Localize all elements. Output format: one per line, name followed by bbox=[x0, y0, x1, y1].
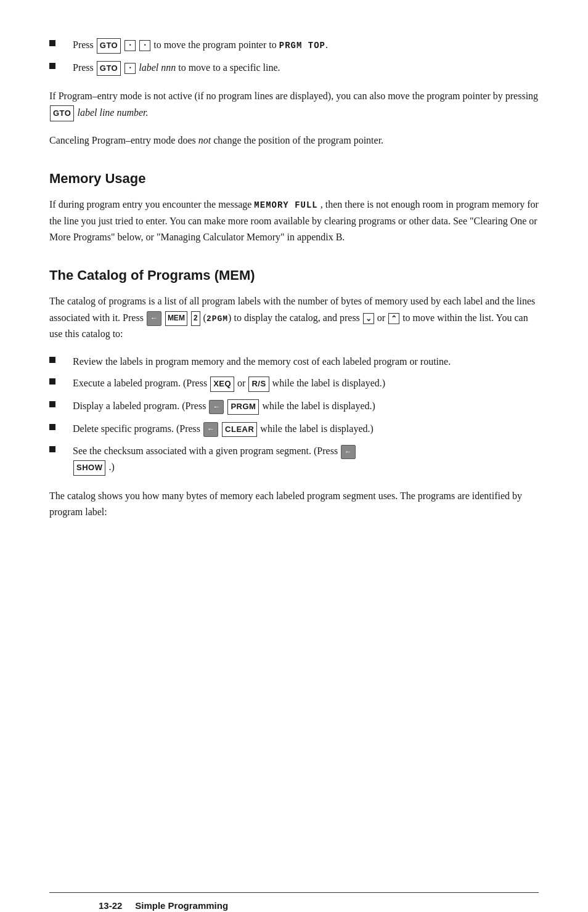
bullet-item-2: Press GTO · label nnn to move to a speci… bbox=[49, 60, 539, 76]
catalog-bullet-content-2: Execute a labeled program. (Press XEQ or… bbox=[73, 375, 539, 392]
key-show: SHOW bbox=[73, 460, 105, 476]
shift-key-4: ← bbox=[341, 445, 356, 459]
catalog-bullet-list: Review the labels in program memory and … bbox=[49, 354, 539, 476]
memory-usage-paragraph: If during program entry you encounter th… bbox=[49, 197, 539, 245]
period-1: . bbox=[325, 39, 328, 50]
text-specific-line: to move to a specific line. bbox=[178, 62, 280, 73]
catalog-bullet-content-3: Display a labeled program. (Press ← PRGM… bbox=[73, 398, 539, 415]
display-memory-full: MEMORY FULL bbox=[254, 200, 317, 210]
para2-text: Canceling Program–entry mode does bbox=[49, 135, 198, 145]
bullet-item-1: Press GTO · · to move the program pointe… bbox=[49, 37, 539, 54]
memory-para-before: If during program entry you encounter th… bbox=[49, 199, 254, 210]
press-label-2: Press bbox=[73, 62, 96, 73]
key-down-arrow: ⌄ bbox=[363, 313, 374, 324]
paren-2pgm-close: ) bbox=[228, 312, 231, 323]
display-prgm-top: PRGM TOP bbox=[279, 41, 325, 51]
delete-text-after: while the label is displayed.) bbox=[260, 423, 374, 434]
catalog-heading: The Catalog of Programs (MEM) bbox=[49, 267, 539, 283]
catalog-bullet-square-2 bbox=[49, 378, 55, 385]
press-label-1: Press bbox=[73, 39, 94, 50]
label-nnn: label nnn bbox=[139, 62, 176, 73]
key-gto-1: GTO bbox=[97, 38, 121, 54]
catalog-bullet-square-3 bbox=[49, 401, 55, 407]
bullet-content-1: Press GTO · · to move the program pointe… bbox=[73, 37, 539, 54]
footer: 13-22 Simple Programming bbox=[49, 892, 539, 912]
catalog-bullet-square-5 bbox=[49, 446, 55, 452]
not-text: not bbox=[198, 135, 211, 145]
catalog-intro-2: to display the catalog, and press bbox=[234, 312, 362, 323]
catalog-bullet-content-5: See the checksum associated with a given… bbox=[73, 443, 539, 476]
closing-text: The catalog shows you how many bytes of … bbox=[49, 491, 522, 517]
key-gto-2: GTO bbox=[97, 61, 121, 76]
key-dot-3: · bbox=[125, 63, 136, 74]
catalog-bullet-4: Delete specific programs. (Press ← CLEAR… bbox=[49, 421, 539, 438]
catalog-bullet-2: Execute a labeled program. (Press XEQ or… bbox=[49, 375, 539, 392]
display-text-after: while the label is displayed.) bbox=[262, 401, 375, 411]
para2-end: change the position of the program point… bbox=[213, 135, 383, 145]
bullet-content-2: Press GTO · label nnn to move to a speci… bbox=[73, 60, 539, 76]
display-2pgm: 2PGM bbox=[206, 314, 228, 324]
execute-or: or bbox=[237, 378, 248, 388]
para1-text: If Program–entry mode is not active (if … bbox=[49, 91, 538, 101]
catalog-intro: The catalog of programs is a list of all… bbox=[49, 293, 539, 342]
bullet-square-1 bbox=[49, 40, 55, 46]
execute-text-before: Execute a labeled program. (Press bbox=[73, 378, 210, 388]
key-xeq: XEQ bbox=[210, 377, 234, 392]
page-number: 13-22 bbox=[99, 900, 122, 911]
catalog-bullet-square-1 bbox=[49, 357, 55, 363]
key-2: 2 bbox=[191, 311, 200, 326]
section-title-footer: Simple Programming bbox=[135, 900, 228, 911]
label-line-number: label line number. bbox=[77, 107, 148, 118]
catalog-bullet-content-4: Delete specific programs. (Press ← CLEAR… bbox=[73, 421, 539, 438]
paragraph-cancel: Canceling Program–entry mode does not ch… bbox=[49, 132, 539, 149]
shift-key-3: ← bbox=[203, 422, 218, 436]
key-prgm: PRGM bbox=[227, 399, 259, 415]
catalog-bullet-content-1: Review the labels in program memory and … bbox=[73, 354, 539, 370]
catalog-bullet-3: Display a labeled program. (Press ← PRGM… bbox=[49, 398, 539, 415]
key-rs: R/S bbox=[248, 377, 269, 392]
checksum-text-after: .) bbox=[108, 462, 114, 472]
catalog-bullet-square-4 bbox=[49, 424, 55, 430]
top-bullet-list: Press GTO · · to move the program pointe… bbox=[49, 37, 539, 76]
key-clear: CLEAR bbox=[222, 422, 257, 438]
memory-usage-heading: Memory Usage bbox=[49, 171, 539, 187]
execute-text-after: while the label is displayed.) bbox=[272, 378, 386, 388]
shift-key-1: ← bbox=[147, 311, 161, 326]
text-to-move-1: to move the program pointer to bbox=[153, 39, 279, 50]
key-dot-2: · bbox=[139, 40, 150, 51]
key-mem: MEM bbox=[165, 311, 187, 326]
or-text: or bbox=[377, 312, 388, 323]
key-gto-3: GTO bbox=[50, 105, 74, 121]
shift-key-2: ← bbox=[209, 400, 224, 414]
delete-text-before: Delete specific programs. (Press bbox=[73, 423, 203, 434]
key-dot-1: · bbox=[125, 40, 136, 51]
paragraph-pointer: If Program–entry mode is not active (if … bbox=[49, 88, 539, 121]
catalog-bullet-1: Review the labels in program memory and … bbox=[49, 354, 539, 370]
display-text-before: Display a labeled program. (Press bbox=[73, 401, 208, 411]
bullet-square-2 bbox=[49, 63, 55, 69]
catalog-bullet-5: See the checksum associated with a given… bbox=[49, 443, 539, 476]
key-up-arrow: ⌃ bbox=[388, 313, 399, 324]
catalog-closing: The catalog shows you how many bytes of … bbox=[49, 488, 539, 521]
footer-page-number: 13-22 Simple Programming bbox=[99, 900, 228, 911]
review-text: Review the labels in program memory and … bbox=[73, 356, 451, 367]
checksum-text-before: See the checksum associated with a given… bbox=[73, 446, 340, 456]
